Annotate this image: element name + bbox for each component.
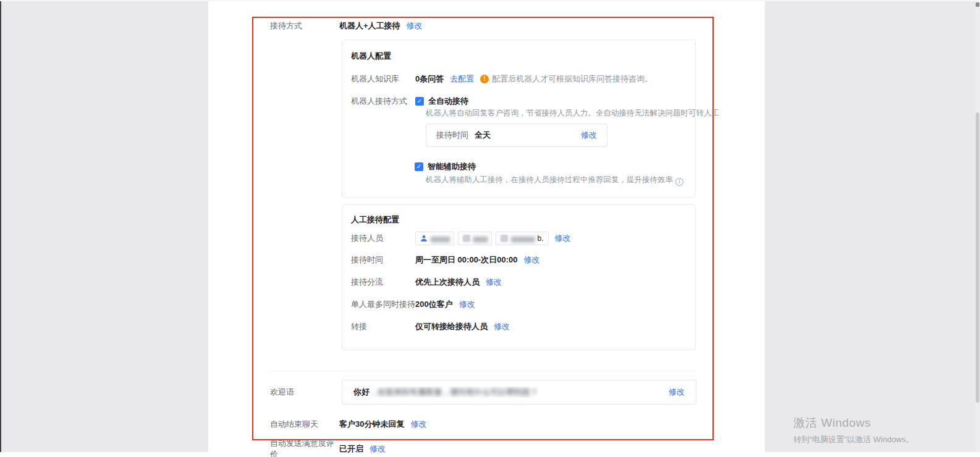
satisfaction-row: 自动发送满意度评价 已开启 修改 [270,443,386,455]
auto-end-edit-link[interactable]: 修改 [410,419,426,430]
auto-end-value: 客户30分钟未回复 [339,419,404,430]
right-overlay-panel: 激活 Windows 转到“电脑设置”以激活 Windows。 [765,1,980,452]
reception-method-row: 接待方式 机器人+人工接待 修改 [270,20,423,31]
robot-knowledge-label: 机器人知识库 [351,73,415,85]
scrollbar-corner-mark [976,2,979,7]
smart-assist-checkbox[interactable]: ✓ [415,162,423,171]
welcome-label: 欢迎语 [270,387,294,398]
welcome-message-text: 你好，欢迎来到专属客服，请问有什么可以帮到您？ [353,387,538,398]
staff-member-chips: ▆▆▆▆ ▆▆▆ ▆▆▆▆▆ b. [415,232,549,245]
staff-member-chip: ▆▆▆▆ [415,232,454,245]
satisfaction-value: 已开启 [339,443,363,455]
robot-reception-time-box: 接待时间 全天 修改 [426,124,607,147]
robot-time-value: 全天 [475,130,491,141]
transfer-edit-link[interactable]: 修改 [494,321,510,332]
person-icon [420,235,428,242]
warning-icon: ! [480,75,489,83]
robot-knowledge-row: 机器人知识库 0条问答 去配置 ! 配置后机器人才可根据知识库问答接待咨询。 [351,73,653,85]
redacted-avatar [501,235,508,242]
smart-assist-title: 智能辅助接待 [428,161,476,172]
full-auto-description: 机器人将自动回复客户咨询，节省接待人员人力。全自动接待无法解决问题时可转人工 [426,108,719,119]
staff-label: 接待人员 [351,233,415,244]
robot-time-edit-link[interactable]: 修改 [581,130,597,141]
robot-config-card: 机器人配置 机器人知识库 0条问答 去配置 ! 配置后机器人才可根据知识库问答接… [342,40,696,198]
robot-config-title: 机器人配置 [351,51,391,62]
robot-knowledge-value: 0条问答 [415,73,444,85]
smart-assist-row: ✓ 智能辅助接待 [415,161,476,173]
max-concurrent-row: 单人最多同时接待 200位客户 修改 [351,298,475,311]
welcome-message-box: 你好，欢迎来到专属客服，请问有什么可以帮到您？ 修改 [342,380,696,405]
robot-mode-row: 机器人接待方式 ✓ 全自动接待 [351,95,468,107]
full-auto-title: 全自动接待 [428,96,468,107]
robot-knowledge-config-link[interactable]: 去配置 [450,73,474,85]
reception-method-value: 机器人+人工接待 [339,20,400,31]
scrollbar-thumb[interactable] [976,112,979,403]
satisfaction-edit-link[interactable]: 修改 [370,443,386,455]
human-config-card: 人工接待配置 接待人员 ▆▆▆▆ ▆▆▆ ▆▆▆▆▆ b. 修改 [342,204,696,350]
transfer-label: 转接 [351,321,415,332]
member-name-visible-part: b. [538,234,544,243]
human-time-edit-link[interactable]: 修改 [523,254,539,266]
human-time-label: 接待时间 [351,254,415,266]
robot-time-label: 接待时间 [436,130,468,141]
staff-edit-link[interactable]: 修改 [555,233,571,244]
human-time-row: 接待时间 周一至周日 00:00-次日00:00 修改 [351,254,539,266]
reception-method-edit-link[interactable]: 修改 [407,20,423,31]
redacted-member-name: ▆▆▆▆ [431,235,449,243]
reception-method-label: 接待方式 [270,20,339,31]
auto-end-label: 自动结束聊天 [270,419,339,430]
windows-activation-watermark: 激活 Windows 转到“电脑设置”以激活 Windows。 [793,415,914,445]
info-icon[interactable]: i [675,178,683,186]
full-auto-checkbox[interactable]: ✓ [415,97,424,106]
staff-row: 接待人员 ▆▆▆▆ ▆▆▆ ▆▆▆▆▆ b. 修改 [351,232,571,245]
watermark-subtitle: 转到“电脑设置”以激活 Windows。 [793,434,914,445]
watermark-title: 激活 Windows [793,415,914,431]
redacted-member-name: ▆▆▆ [473,235,487,243]
max-concurrent-value: 200位客户 [415,299,453,310]
redacted-avatar [463,235,470,242]
human-time-value: 周一至周日 00:00-次日00:00 [415,254,517,266]
scrollbar-track[interactable] [975,1,980,452]
welcome-edit-link[interactable]: 修改 [669,387,685,398]
human-config-title: 人工接待配置 [351,214,399,225]
transfer-row: 转接 仅可转接给接待人员 修改 [351,321,510,333]
welcome-visible-text: 你好 [353,387,370,396]
max-concurrent-label: 单人最多同时接待 [351,299,415,310]
settings-page: 激活 Windows 转到“电脑设置”以激活 Windows。 接待方式 机器人… [0,0,980,457]
redacted-member-name: ▆▆▆▆▆ [511,235,534,243]
transfer-value: 仅可转接给接待人员 [415,321,488,332]
robot-knowledge-warning-text: 配置后机器人才可根据知识库问答接待咨询。 [492,73,653,85]
split-row: 接待分流 优先上次接待人员 修改 [351,276,502,288]
split-label: 接待分流 [351,277,415,288]
satisfaction-label: 自动发送满意度评价 [270,438,339,457]
welcome-redacted-text: ，欢迎来到专属客服，请问有什么可以帮到您？ [370,387,538,396]
left-overlay-panel [0,1,208,452]
split-value: 优先上次接待人员 [415,277,479,288]
section-divider [270,371,696,371]
welcome-label-row: 欢迎语 [270,387,294,398]
split-edit-link[interactable]: 修改 [486,277,502,288]
robot-mode-label: 机器人接待方式 [351,96,415,107]
staff-member-chip: ▆▆▆ [458,232,492,245]
staff-member-chip: ▆▆▆▆▆ b. [496,232,548,245]
auto-end-row: 自动结束聊天 客户30分钟未回复 修改 [270,419,426,430]
smart-assist-description: 机器人将辅助人工接待，在接待人员接待过程中推荐回复，提升接待效率i [426,175,683,186]
max-concurrent-edit-link[interactable]: 修改 [459,299,475,310]
